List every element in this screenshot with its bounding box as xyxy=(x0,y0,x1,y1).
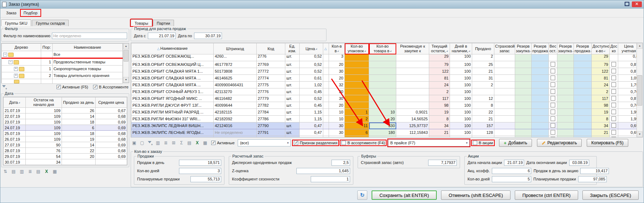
tree-order-cell[interactable]: 1 xyxy=(41,58,52,66)
date-cell[interactable]: 30.07.19 xyxy=(4,159,26,165)
cell-barcode[interactable]: 46116482 xyxy=(214,95,257,102)
product-column-header[interactable]: Штрихкод xyxy=(214,43,257,54)
cell-packs[interactable] xyxy=(345,82,369,88)
cell-res_buy1[interactable] xyxy=(515,75,532,82)
cell-weight[interactable] xyxy=(549,116,557,122)
edit-button[interactable]: Редактировать xyxy=(537,139,582,147)
product-column-header[interactable]: Дней в наличии,◢ xyxy=(450,43,472,54)
cell-res_buy1[interactable] xyxy=(515,95,532,102)
cell-price[interactable]: 0,61 xyxy=(300,75,323,82)
product-column-header[interactable]: Доступно к-во◢ xyxy=(592,43,610,54)
cell-res_sell1[interactable] xyxy=(532,102,549,109)
cell-flag[interactable] xyxy=(323,68,329,75)
cell-res_sell1[interactable] xyxy=(532,54,549,61)
product-row[interactable]: РЕЗ.ЖЕВ.ОРБИТ СЛАДКАЯ МЯТА ...4614662527… xyxy=(131,75,637,82)
sales-field-input[interactable] xyxy=(190,176,221,182)
date-cell[interactable] xyxy=(62,159,95,165)
product-column-header[interactable]: Резерв закупка◢ xyxy=(557,43,574,54)
product-row[interactable]: РЕЗ.ЖЕВ.ОРБИТ СЛАДКАЯ МЯТА 1...501738082… xyxy=(131,68,637,75)
product-row[interactable]: РЕЗ.ЖЕВ.РИГЛИ МЯТНЫЙ РАЗРЯД ...421821152… xyxy=(131,109,637,116)
cell-packs[interactable] xyxy=(345,95,369,102)
row-checkbox[interactable] xyxy=(551,96,555,101)
save-button[interactable]: Сохранить (alt ENTER) xyxy=(372,190,437,200)
row-checkbox[interactable] xyxy=(611,116,616,121)
promo-field-input[interactable] xyxy=(504,160,524,166)
cell-res_sell2[interactable] xyxy=(574,68,592,75)
cell-res_buy1[interactable] xyxy=(515,54,532,61)
close-icon[interactable]: ✕ xyxy=(632,1,642,7)
expand-icon[interactable] xyxy=(14,74,18,78)
product-column-header[interactable]: Цена◢ xyxy=(300,43,323,54)
cell-price[interactable]: 0,52 xyxy=(300,95,323,102)
row-checkbox[interactable] xyxy=(611,69,616,73)
product-row[interactable]: РЕЗ.ЖЕВ.РИГЛИ ДЖУСИ ФРУТ 13Г...400996442… xyxy=(131,102,637,109)
product-row[interactable]: РЕЗ.ЖЕВ.ЭКЛИПС ЛЕСНЫЕ ЯГОДЫ...Не определ… xyxy=(131,129,637,136)
cell-dos[interactable] xyxy=(610,68,618,75)
cell-current[interactable]: 20 xyxy=(429,136,450,137)
cell-current[interactable]: 29 xyxy=(429,54,450,61)
product-column-header[interactable]: Вес ост.◢ xyxy=(549,43,557,54)
date-row[interactable]: 23.07.19109180,69 xyxy=(4,119,127,125)
cell-acc_price[interactable]: 0,76 xyxy=(618,88,637,95)
cell-barcode[interactable]: Не определено xyxy=(214,129,257,136)
cell-res_buy1[interactable] xyxy=(515,129,532,136)
cell-name[interactable]: РЕЗ.ЖЕВ.ОРБИТ СЛАДКАЯ МЯТА ... xyxy=(131,75,214,82)
cell-res_buy2[interactable] xyxy=(557,136,574,137)
date-cell[interactable]: 14 xyxy=(62,113,95,119)
product-column-header[interactable]: Продано xyxy=(472,43,494,54)
cell-acc_price[interactable]: 0,69 xyxy=(618,129,637,136)
cell-res_buy2[interactable] xyxy=(557,109,574,116)
row-checkbox[interactable] xyxy=(551,110,555,114)
product-column-header[interactable]: Кол-во упаковок◢ xyxy=(345,43,369,54)
tree-node-cell[interactable] xyxy=(2,66,41,72)
cell-current[interactable]: 34 xyxy=(429,122,450,129)
columns-icon[interactable]: ▥ xyxy=(155,140,161,146)
cell-weight[interactable] xyxy=(549,88,557,95)
cell-sold[interactable]: 21 xyxy=(472,68,494,75)
date-from-input[interactable] xyxy=(148,33,176,39)
cell-res_sell1[interactable] xyxy=(532,122,549,129)
active-f5-checkbox[interactable]: Активные (F5) xyxy=(57,85,88,89)
cell-code[interactable]: 27774 xyxy=(257,75,285,82)
stock-field-input[interactable] xyxy=(296,168,350,174)
date-cell[interactable]: 18 xyxy=(62,119,95,125)
date-cell[interactable]: 18 xyxy=(62,131,95,136)
cell-avail[interactable]: 19 xyxy=(592,109,610,116)
cell-unit[interactable]: шт. xyxy=(285,68,300,75)
cell-res_buy1[interactable] xyxy=(515,82,532,88)
product-row[interactable]: РЕЗ.ЖЕВ.ОРБИТ ЯГОДНЫЙ МИКС ...4611648227… xyxy=(131,95,637,102)
promo-field-input[interactable] xyxy=(569,160,589,166)
cell-name[interactable]: РЕЗ.ЖЕВ.РИГЛИ ДЖУСИ ФРУТ 13Г... xyxy=(131,102,214,109)
product-column-header[interactable]: Текущий остаток,◢ xyxy=(429,43,450,54)
add-button[interactable]: +Добавить xyxy=(499,139,532,147)
product-column-header[interactable]: Код xyxy=(257,43,285,54)
cell-flag[interactable] xyxy=(323,82,329,88)
cell-name[interactable]: РЕЗ.ЖЕВ.ОРБИТ СОЧНЫЙ АРБУЗ 1... xyxy=(131,88,214,95)
table-delete-icon[interactable]: ▦ xyxy=(202,140,208,146)
cell-code[interactable]: 27769 xyxy=(257,61,285,68)
cell-avail[interactable]: 79 xyxy=(592,61,610,68)
cell-price[interactable]: 1,15 xyxy=(300,109,323,116)
cell-sold[interactable]: 21 xyxy=(472,116,494,122)
cell-sold[interactable]: 8 xyxy=(472,102,494,109)
cell-acc_price[interactable]: 1,05 xyxy=(618,75,637,82)
print-icon[interactable]: ▤ xyxy=(187,140,192,146)
cell-barcode[interactable]: 42124016 xyxy=(214,122,257,129)
cell-days[interactable]: 100 xyxy=(450,61,472,68)
cell-qty[interactable] xyxy=(369,95,396,102)
fill-down-icon[interactable]: ▤ xyxy=(11,169,16,174)
cell-barcode[interactable]: 50173808 xyxy=(214,68,257,75)
cell-weight[interactable] xyxy=(549,122,557,129)
cell-packs[interactable] xyxy=(345,75,369,82)
cell-flag[interactable] xyxy=(323,122,329,129)
cell-current[interactable]: 79 xyxy=(429,61,450,68)
stock-field-input[interactable] xyxy=(311,176,350,182)
cell-sold[interactable]: 2 xyxy=(472,82,494,88)
filter-add-icon[interactable] xyxy=(147,140,153,146)
date-cell[interactable]: 0,69 xyxy=(96,119,127,125)
cell-safety[interactable] xyxy=(494,129,515,136)
cell-code[interactable]: 27776 xyxy=(257,88,285,95)
cell-dos[interactable] xyxy=(610,136,618,137)
menu-tab[interactable]: Подбор xyxy=(21,10,40,16)
cell-recommend[interactable]: 14,56525 xyxy=(396,116,429,122)
